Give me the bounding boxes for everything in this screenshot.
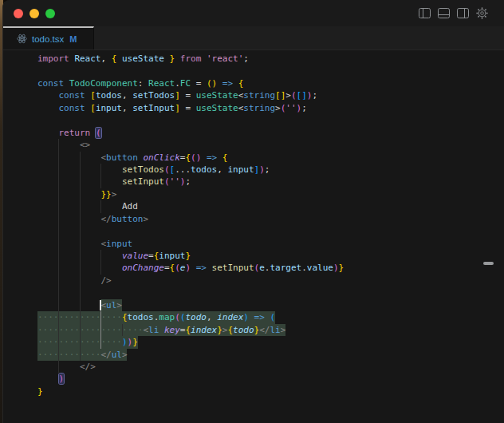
- code-token: onChange: [122, 263, 164, 273]
- code-line[interactable]: <>: [3, 139, 504, 151]
- code-token: =: [148, 251, 154, 261]
- code-line[interactable]: <input: [3, 238, 504, 250]
- code-token: todos: [96, 90, 122, 101]
- panel-bottom-icon[interactable]: [437, 7, 450, 19]
- code-line[interactable]: ): [3, 373, 504, 385]
- code-token: setTodos: [122, 164, 164, 175]
- tab-todo-tsx[interactable]: todo.tsx M: [3, 26, 94, 49]
- code-token: ): [243, 312, 249, 322]
- close-button[interactable]: [14, 9, 23, 18]
- zoom-button[interactable]: [45, 9, 55, 18]
- code-line[interactable]: setTodos([...todos, input]);: [3, 164, 504, 176]
- code-token: todos: [191, 164, 217, 175]
- code-token: [37, 374, 59, 384]
- code-token: }: [132, 337, 138, 347]
- code-token: import: [37, 53, 69, 64]
- minimize-button[interactable]: [30, 9, 39, 18]
- code-line[interactable]: }: [3, 385, 504, 397]
- code-line[interactable]: <button onClick={() => {: [3, 152, 504, 164]
- code-token: setInput: [132, 103, 175, 113]
- code-line[interactable]: ············</ul>: [3, 349, 504, 361]
- code-token: ...: [175, 164, 191, 175]
- code-token: [159, 325, 164, 335]
- code-token: [37, 189, 100, 200]
- code-line[interactable]: ····················<li key={index}>{tod…: [3, 324, 504, 336]
- code-token: >: [285, 90, 291, 101]
- code-token: string: [243, 103, 275, 113]
- code-line[interactable]: ················{todos.map((todo, index)…: [3, 311, 504, 323]
- code-token: [37, 152, 100, 163]
- code-token: value: [122, 251, 148, 261]
- code-token: const: [37, 78, 64, 89]
- indent-guide: [58, 287, 59, 298]
- code-line[interactable]: onChange={(e) => setInput(e.target.value…: [3, 262, 504, 274]
- panel-left-icon[interactable]: [418, 7, 431, 19]
- code-line[interactable]: }}>: [3, 188, 504, 200]
- code-token: React: [148, 78, 175, 89]
- code-token: =: [180, 90, 196, 101]
- code-line[interactable]: [3, 65, 504, 77]
- code-line[interactable]: const [input, setInput] = useState<strin…: [3, 102, 504, 114]
- editor[interactable]: import React, { useState } from 'react';…: [3, 49, 504, 423]
- code-token: (): [207, 78, 217, 89]
- code-line[interactable]: </>: [3, 361, 504, 373]
- code-token: [37, 140, 80, 150]
- code-token: ,: [101, 53, 112, 64]
- code-line[interactable]: </button>: [3, 213, 504, 225]
- code-token: ;: [312, 90, 317, 101]
- code-token: =: [164, 263, 170, 273]
- code-token: ]: [175, 90, 180, 101]
- code-token: [233, 78, 238, 89]
- code-token: (: [96, 128, 101, 138]
- code-line[interactable]: />: [3, 275, 504, 287]
- code-line[interactable]: [3, 287, 504, 298]
- code-token: ): [333, 263, 339, 273]
- code-token: :: [138, 78, 148, 89]
- panel-right-icon[interactable]: [456, 7, 469, 19]
- code-token: ,: [207, 312, 217, 322]
- code-token: [164, 53, 170, 64]
- code-line[interactable]: return (: [3, 127, 504, 139]
- code-token: button: [112, 214, 144, 224]
- code-token: }: [37, 386, 43, 397]
- code-text: ················))}: [3, 336, 504, 348]
- code-token: </: [259, 325, 270, 335]
- code-line[interactable]: Add: [3, 200, 504, 212]
- code-token: [37, 251, 122, 261]
- code-token: ;: [185, 176, 191, 187]
- code-token: .: [301, 263, 307, 273]
- code-line[interactable]: value={input}: [3, 250, 504, 262]
- code-token: todo: [185, 312, 207, 322]
- code-text: <>: [3, 139, 504, 151]
- code-line[interactable]: const TodoComponent: React.FC = () => {: [3, 77, 504, 89]
- code-token: [217, 152, 222, 163]
- code-text: }}>: [3, 188, 504, 200]
- settings-gear-icon[interactable]: [475, 7, 488, 19]
- code-token: [37, 176, 122, 187]
- code-token: =: [191, 78, 207, 89]
- code-token: (: [175, 312, 180, 322]
- code-line[interactable]: setInput('');: [3, 176, 504, 188]
- code-text: </>: [3, 361, 504, 373]
- react-icon: [17, 34, 27, 44]
- code-line[interactable]: const [todos, setTodos] = useState<strin…: [3, 89, 504, 101]
- code-token: }: [339, 263, 345, 273]
- code-token: from: [180, 53, 202, 64]
- code-line[interactable]: [3, 114, 504, 126]
- code-line[interactable]: [3, 225, 504, 237]
- code-token: li: [148, 325, 159, 335]
- code-token: ): [259, 164, 265, 175]
- traffic-lights: [14, 9, 55, 18]
- code-token: value: [307, 263, 333, 273]
- code-text: const TodoComponent: React.FC = () => {: [3, 77, 504, 89]
- code-token: [37, 128, 59, 138]
- code-token: [37, 275, 100, 286]
- code-token: ;: [301, 103, 307, 113]
- code-text: const [input, setInput] = useState<strin…: [3, 102, 504, 114]
- code-token: [191, 263, 196, 273]
- code-line[interactable]: <ul>: [3, 299, 504, 311]
- code-line[interactable]: import React, { useState } from 'react';: [3, 53, 504, 65]
- code-token: index: [191, 325, 217, 335]
- code-token: [37, 362, 80, 372]
- code-line[interactable]: ················))}: [3, 336, 504, 348]
